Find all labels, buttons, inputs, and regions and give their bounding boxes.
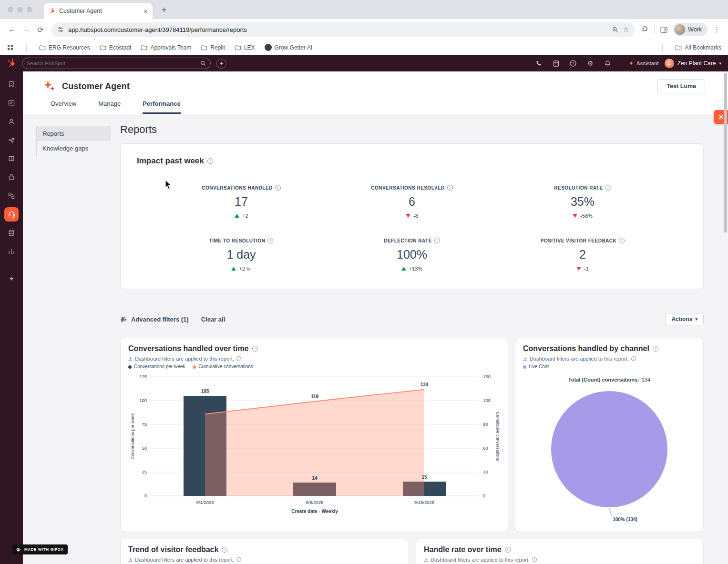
info-icon[interactable]: i: [267, 238, 273, 243]
marketing-icon[interactable]: [4, 133, 19, 147]
info-icon[interactable]: i: [447, 185, 453, 191]
window-minimize-button[interactable]: [17, 7, 23, 12]
metric-resolution-rate: RESOLUTION RATEi 35% -58%: [497, 185, 668, 219]
forward-button[interactable]: →: [19, 22, 33, 37]
advanced-filters-button[interactable]: Advanced filters (1): [120, 316, 189, 323]
info-icon[interactable]: i: [631, 356, 636, 361]
info-icon[interactable]: i: [236, 356, 241, 361]
info-icon[interactable]: i: [653, 346, 658, 352]
apps-grid-icon[interactable]: [7, 44, 14, 51]
side-panel-icon[interactable]: [657, 23, 670, 36]
url-bar[interactable]: app.hubspot.com/customer-agent/39784119/…: [51, 22, 635, 37]
svg-text:134: 134: [420, 382, 429, 387]
test-luma-button[interactable]: Test Luma: [657, 79, 705, 93]
account-menu[interactable]: Z Zen Plant Care ▾: [665, 59, 721, 68]
bookmark-item[interactable]: ERG Resources: [39, 44, 90, 51]
metric-time-to-resolution: TIME TO RESOLUTIONi 1 day +2 hr: [156, 238, 327, 272]
contacts-icon[interactable]: [4, 114, 19, 129]
reporting-icon[interactable]: [4, 244, 19, 259]
metric-delta-value: +2: [242, 213, 248, 219]
tab-overview[interactable]: Overview: [51, 100, 76, 114]
svg-text:Cumulative conversations: Cumulative conversations: [495, 412, 500, 461]
browser-menu-icon[interactable]: ⋮: [710, 25, 723, 34]
extensions-icon[interactable]: [639, 23, 651, 36]
scrollbar-thumb[interactable]: [724, 73, 727, 232]
window-close-button[interactable]: [8, 7, 13, 12]
new-tab-button[interactable]: +: [157, 3, 171, 17]
legend-item[interactable]: Live Chat: [523, 364, 549, 369]
commerce-icon[interactable]: [4, 170, 19, 184]
tab-performance[interactable]: Performance: [143, 100, 180, 114]
pie-slice-live-chat: [551, 391, 667, 507]
notifications-icon[interactable]: [602, 58, 613, 69]
svg-text:0: 0: [144, 493, 147, 498]
clear-all-button[interactable]: Clear all: [201, 316, 226, 323]
folder-icon: [39, 44, 46, 51]
info-icon[interactable]: i: [434, 238, 440, 243]
nav-divider: [621, 59, 621, 68]
app-header: Customer Agent Test Luma Overview Manage…: [23, 71, 728, 114]
service-icon[interactable]: [4, 207, 19, 222]
settings-icon[interactable]: ⚙: [584, 58, 596, 69]
hubspot-search[interactable]: [22, 58, 211, 69]
bookmark-item[interactable]: Replit: [201, 44, 225, 51]
search-input[interactable]: [27, 60, 196, 66]
info-icon[interactable]: i: [532, 557, 537, 562]
assistant-button[interactable]: ✦ Assistant: [629, 60, 659, 67]
sidebar-item-reports[interactable]: Reports: [37, 126, 111, 141]
chart-title: Trend of visitor feedback: [128, 545, 218, 554]
delta-up-icon: [235, 214, 239, 218]
toolbar-divider: [654, 25, 655, 34]
bookmark-label: LEX: [244, 44, 255, 51]
tab-close-icon[interactable]: ×: [144, 8, 148, 15]
bookmark-item[interactable]: Grow Getter AI: [265, 44, 312, 51]
bookmark-star-icon[interactable]: ☆: [623, 25, 629, 34]
chart-legend: Live Chat: [523, 364, 696, 369]
legend-dot: [193, 365, 196, 369]
legend-item[interactable]: Cumulative conversations: [193, 364, 253, 369]
data-icon[interactable]: [4, 226, 19, 240]
info-icon[interactable]: i: [207, 158, 213, 164]
bookmarks-divider: [662, 43, 663, 52]
help-icon[interactable]: ?: [567, 58, 579, 69]
svg-text:50: 50: [142, 445, 147, 451]
back-button[interactable]: ←: [5, 22, 19, 37]
bookmark-label: Ecostadt: [109, 44, 132, 51]
info-icon[interactable]: i: [605, 185, 611, 191]
bookmark-item[interactable]: Approvals Team: [141, 44, 191, 51]
bookmarks-icon[interactable]: [4, 77, 19, 91]
calling-icon[interactable]: [533, 58, 544, 69]
site-settings-icon[interactable]: [57, 26, 64, 33]
window-maximize-button[interactable]: [27, 7, 32, 12]
add-button[interactable]: +: [216, 59, 226, 69]
zoom-icon[interactable]: [612, 26, 619, 33]
hubspot-logo[interactable]: [7, 59, 16, 68]
content-icon[interactable]: [4, 151, 19, 166]
info-icon[interactable]: i: [236, 557, 241, 562]
bookmark-item[interactable]: LEX: [235, 44, 255, 51]
info-icon[interactable]: i: [275, 185, 281, 191]
sidebar-item-knowledge-gaps[interactable]: Knowledge gaps: [37, 141, 111, 156]
metric-label: POSITIVE VISITOR FEEDBACK: [541, 238, 617, 243]
warning-icon: ⚠: [128, 557, 133, 563]
info-icon[interactable]: i: [505, 547, 511, 553]
browser-profile-chip[interactable]: Work: [673, 23, 707, 36]
window-controls[interactable]: [8, 7, 32, 12]
info-icon[interactable]: i: [252, 346, 258, 352]
tab-manage[interactable]: Manage: [98, 100, 121, 114]
marketplace-icon[interactable]: [550, 58, 562, 69]
info-icon[interactable]: i: [222, 547, 227, 553]
browser-tab[interactable]: Customer Agent ×: [44, 3, 153, 19]
crm-icon[interactable]: [4, 96, 19, 110]
legend-label: Cumulative conversations: [198, 364, 253, 369]
info-icon[interactable]: i: [619, 238, 625, 243]
warning-text: Dashboard filters are applied to this re…: [530, 356, 629, 362]
bookmark-item[interactable]: Ecostadt: [100, 44, 132, 51]
automation-icon[interactable]: [4, 189, 19, 203]
reload-button[interactable]: ⟳: [33, 22, 48, 37]
all-bookmarks[interactable]: All Bookmarks: [675, 44, 721, 51]
warning-text: Dashboard filters are applied to this re…: [135, 356, 234, 362]
legend-item[interactable]: Conversations per week: [128, 364, 185, 369]
ai-icon[interactable]: ✦: [4, 272, 19, 286]
actions-button[interactable]: Actions ▾: [665, 313, 704, 325]
